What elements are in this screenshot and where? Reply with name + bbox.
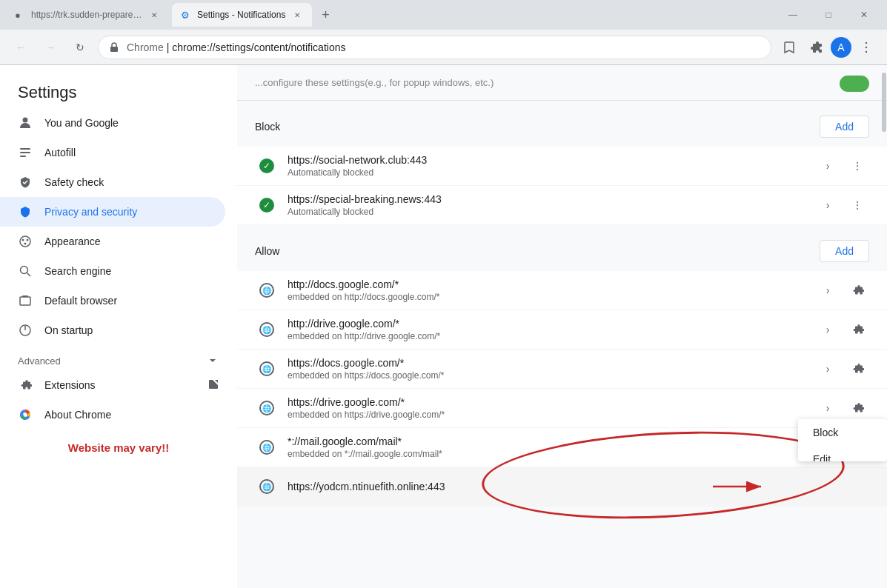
sidebar-item-appearance[interactable]: Appearance [0, 227, 237, 256]
sidebar-item-on-startup-label: On startup [44, 324, 93, 336]
tab-1[interactable]: ● https://trk.sudden-prepare-faste... ✕ [6, 3, 169, 27]
sidebar-item-you-google-label: You and Google [44, 117, 119, 129]
allow-item-0-text: http://docs.google.com/* embedded on htt… [288, 278, 816, 302]
sidebar: Settings You and Google [0, 65, 237, 588]
block-item-1: ✓ https://social-network.club:443 Automa… [237, 147, 887, 186]
block-item-2-chevron[interactable]: › [816, 193, 840, 217]
tab-2[interactable]: ⚙ Settings - Notifications ✕ [172, 3, 312, 27]
about-chrome-label: About Chrome [44, 409, 111, 421]
block-item-2-icon: ✓ [255, 193, 279, 217]
allow-item-0: 🌐 http://docs.google.com/* embedded on h… [237, 271, 887, 310]
check-icon-1: ✓ [259, 158, 274, 173]
allow-item-0-more[interactable] [846, 278, 869, 302]
sidebar-item-search-engine[interactable]: Search engine [0, 256, 237, 286]
extensions-icon[interactable] [804, 36, 828, 59]
block-add-button[interactable]: Add [820, 116, 869, 138]
allow-item-5: 🌐 https://yodcm.ntinuefith.online:443 [237, 467, 887, 507]
allow-item-1-more[interactable] [846, 318, 869, 341]
url-bar[interactable]: Chrome | chrome://settings/content/notif… [98, 36, 771, 59]
new-tab-button[interactable]: + [315, 4, 336, 25]
globe-icon-4: 🌐 [259, 440, 274, 455]
globe-icon-0: 🌐 [259, 283, 274, 298]
allow-item-1-text: http://drive.google.com/* embedded on ht… [288, 318, 816, 341]
svg-rect-7 [20, 156, 26, 157]
block-item-2-url: https://special-breaking.news:443 [288, 193, 816, 205]
user-avatar[interactable]: A [831, 37, 851, 58]
allow-item-1-actions: › [816, 318, 869, 341]
allow-item-2-more[interactable] [846, 357, 869, 381]
back-button[interactable]: ← [9, 36, 33, 59]
warning-text: Website may vary!! [0, 430, 237, 454]
allow-item-3-actions: › [816, 396, 869, 420]
allow-item-0-chevron[interactable]: › [816, 278, 840, 302]
tab-2-favicon: ⚙ [181, 10, 191, 20]
sidebar-item-privacy-label: Privacy and security [44, 206, 137, 218]
tab-2-title: Settings - Notifications [197, 10, 285, 20]
lock-icon [107, 41, 121, 54]
allow-item-4-text: *://mail.google.com/mail* embedded on *:… [288, 435, 846, 459]
content-area: ...configure these settings(e.g., for po… [237, 65, 887, 588]
tab-1-close[interactable]: ✕ [148, 9, 160, 21]
check-icon-2: ✓ [259, 198, 274, 213]
faded-header-text: ...configure these settings(e.g., for po… [255, 77, 494, 88]
tab-1-favicon: ● [15, 10, 25, 20]
allow-item-2-chevron[interactable]: › [816, 357, 840, 381]
allow-item-2-text: https://docs.google.com/* embedded on ht… [288, 357, 816, 381]
svg-point-4 [23, 118, 28, 123]
svg-point-10 [27, 239, 29, 241]
tab-1-title: https://trk.sudden-prepare-faste... [31, 10, 142, 20]
sidebar-item-default-browser[interactable]: Default browser [0, 286, 237, 315]
allow-item-2-sub: embedded on https://docs.google.com/* [288, 370, 816, 381]
reload-button[interactable]: ↻ [68, 36, 92, 59]
sidebar-item-about-chrome[interactable]: About Chrome [0, 400, 237, 430]
bookmark-icon[interactable] [777, 36, 801, 59]
block-item-1-more[interactable]: ⋮ [846, 154, 869, 178]
maximize-button[interactable]: □ [811, 3, 846, 27]
tab-2-close[interactable]: ✕ [291, 9, 303, 21]
svg-rect-15 [22, 295, 28, 297]
scrollbar-thumb[interactable] [882, 73, 886, 132]
advanced-section[interactable]: Advanced [0, 345, 237, 370]
forward-button[interactable]: → [39, 36, 62, 59]
scrollbar-track[interactable] [881, 65, 887, 588]
url-text: Chrome | chrome://settings/content/notif… [127, 41, 762, 53]
external-link-icon [207, 378, 219, 392]
svg-rect-6 [20, 152, 30, 153]
menu-icon[interactable] [854, 36, 878, 59]
context-menu-edit[interactable]: Edit [798, 446, 887, 461]
svg-point-1 [866, 41, 867, 43]
allow-item-3-text: https://drive.google.com/* embedded on h… [288, 396, 816, 420]
sidebar-item-extensions[interactable]: Extensions [0, 370, 237, 400]
sidebar-item-safety-check[interactable]: Safety check [0, 167, 237, 197]
close-button[interactable]: ✕ [847, 3, 881, 27]
sidebar-item-autofill[interactable]: Autofill [0, 138, 237, 167]
allow-item-3-more[interactable] [846, 396, 869, 420]
allow-item-0-sub: embedded on http://docs.google.com/* [288, 292, 816, 302]
safety-check-icon [18, 175, 33, 190]
allow-item-3-chevron[interactable]: › [816, 396, 840, 420]
allow-item-0-actions: › [816, 278, 869, 302]
svg-line-13 [27, 273, 31, 277]
block-item-2-more[interactable]: ⋮ [846, 193, 869, 217]
svg-point-8 [20, 236, 30, 247]
url-path: chrome://settings/content/notifications [172, 41, 345, 53]
allow-item-1-chevron[interactable]: › [816, 318, 840, 341]
allow-item-2-icon: 🌐 [255, 357, 279, 381]
block-section-header: Block Add [237, 101, 887, 147]
sidebar-item-search-engine-label: Search engine [44, 265, 111, 277]
on-startup-icon [18, 323, 33, 338]
title-bar: ● https://trk.sudden-prepare-faste... ✕ … [0, 0, 887, 30]
sidebar-item-privacy-security[interactable]: Privacy and security [0, 197, 225, 227]
allow-item-2-actions: › [816, 357, 869, 381]
allow-item-2: 🌐 https://docs.google.com/* embedded on … [237, 350, 887, 389]
block-item-1-url: https://social-network.club:443 [288, 154, 816, 166]
allow-add-button[interactable]: Add [820, 240, 869, 262]
sidebar-item-on-startup[interactable]: On startup [0, 315, 237, 345]
toolbar-right: A [777, 36, 878, 59]
svg-point-12 [21, 267, 28, 274]
minimize-button[interactable]: — [776, 3, 810, 27]
globe-icon-3: 🌐 [259, 401, 274, 415]
context-menu-block[interactable]: Block [798, 419, 887, 446]
sidebar-item-you-google[interactable]: You and Google [0, 108, 237, 138]
block-item-1-chevron[interactable]: › [816, 154, 840, 178]
